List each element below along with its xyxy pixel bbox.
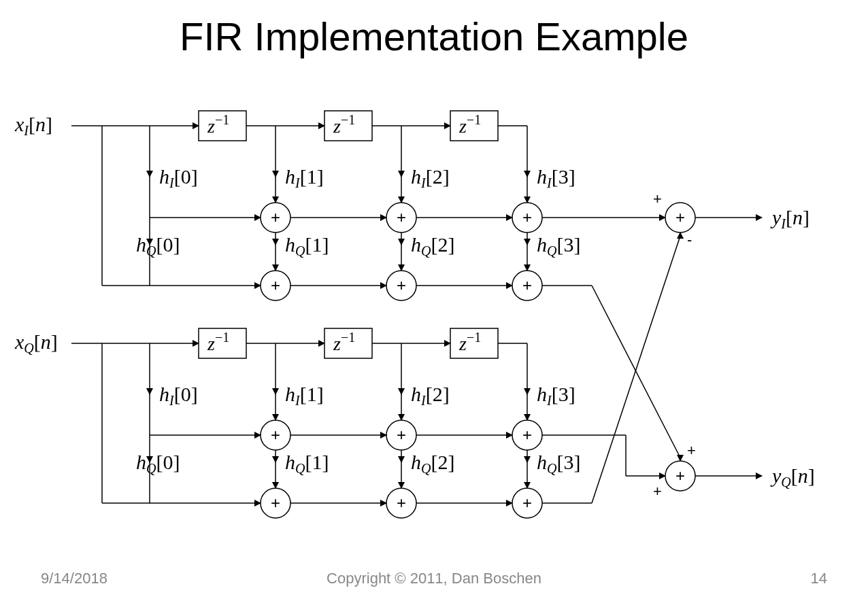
- svg-text:+: +: [522, 208, 532, 226]
- coeff-hQ0-b: hQ[0]: [136, 451, 180, 476]
- svg-text:hQ[0]: hQ[0]: [136, 451, 180, 476]
- coeff-hQ0: hQ[0]: [136, 233, 180, 258]
- svg-text:hQ[2]: hQ[2]: [411, 233, 454, 258]
- coeff-hI1: hI[1]: [285, 165, 324, 190]
- svg-text:+: +: [522, 426, 532, 444]
- delay-block: z−1: [450, 111, 498, 141]
- svg-text:hI[3]: hI[3]: [537, 165, 575, 190]
- svg-text:+: +: [397, 494, 406, 512]
- svg-text:+: +: [271, 208, 280, 226]
- svg-text:+: +: [271, 426, 280, 444]
- adder: +: [512, 420, 542, 450]
- svg-text:+: +: [397, 426, 406, 444]
- svg-text:yQ[n]: yQ[n]: [770, 464, 815, 490]
- svg-text:+: +: [271, 494, 280, 512]
- coeff-hQ2-b: hQ[2]: [411, 451, 454, 476]
- coeff-hQ3: hQ[3]: [537, 233, 580, 258]
- svg-text:hI[1]: hI[1]: [285, 165, 324, 190]
- coeff-hI3: hI[3]: [537, 165, 575, 190]
- svg-text:hQ[3]: hQ[3]: [537, 233, 580, 258]
- adder: +: [261, 203, 290, 233]
- svg-text:+: +: [675, 208, 685, 226]
- svg-text:hQ[3]: hQ[3]: [537, 451, 580, 476]
- adder: +: [261, 271, 290, 300]
- footer-copyright: Copyright © 2011, Dan Boschen: [0, 570, 868, 587]
- svg-text:hI[2]: hI[2]: [411, 383, 450, 408]
- svg-text:hI[2]: hI[2]: [411, 165, 450, 190]
- svg-text:hQ[1]: hQ[1]: [285, 233, 329, 258]
- plus-sign: +: [687, 442, 696, 459]
- svg-text:hI[0]: hI[0]: [159, 383, 198, 408]
- coeff-hI1-b: hI[1]: [285, 383, 324, 408]
- adder: +: [512, 271, 542, 300]
- svg-text:+: +: [271, 276, 280, 294]
- svg-text:+: +: [522, 276, 532, 294]
- delay-block: z−1: [324, 328, 372, 358]
- final-adder-yQ: +: [665, 461, 695, 491]
- svg-text:hQ[1]: hQ[1]: [285, 451, 329, 476]
- delay-block: z−1: [324, 111, 372, 141]
- adder: +: [386, 271, 416, 300]
- adder: +: [386, 488, 416, 518]
- svg-text:hI[0]: hI[0]: [159, 165, 198, 190]
- coeff-hQ1-b: hQ[1]: [285, 451, 329, 476]
- coeff-hI0-b: hI[0]: [159, 383, 198, 408]
- adder: +: [386, 203, 416, 233]
- output-yI-label: yI[n]: [770, 206, 809, 231]
- plus-sign: +: [653, 483, 662, 500]
- svg-text:+: +: [675, 466, 685, 485]
- svg-text:xQ[n]: xQ[n]: [14, 330, 58, 356]
- delay-block: z−1: [199, 111, 246, 141]
- coeff-hQ3-b: hQ[3]: [537, 451, 580, 476]
- coeff-hQ2: hQ[2]: [411, 233, 454, 258]
- adder: +: [512, 488, 542, 518]
- plus-sign: +: [653, 190, 662, 207]
- input-xI-label: xI[n]: [14, 113, 52, 138]
- final-adder-yI: +: [665, 203, 695, 233]
- output-yQ-label: yQ[n]: [770, 464, 815, 490]
- svg-text:+: +: [397, 276, 406, 294]
- coeff-hQ1: hQ[1]: [285, 233, 329, 258]
- minus-sign: -: [687, 231, 692, 248]
- svg-text:+: +: [397, 208, 406, 226]
- svg-text:hQ[0]: hQ[0]: [136, 233, 180, 258]
- coeff-hI0: hI[0]: [159, 165, 198, 190]
- coeff-hI2-b: hI[2]: [411, 383, 450, 408]
- adder: +: [386, 420, 416, 450]
- svg-text:hQ[2]: hQ[2]: [411, 451, 454, 476]
- svg-text:xI[n]: xI[n]: [14, 113, 52, 138]
- input-xQ-label: xQ[n]: [14, 330, 58, 356]
- coeff-hI3-b: hI[3]: [537, 383, 575, 408]
- adder: +: [261, 488, 290, 518]
- delay-block: z−1: [450, 328, 498, 358]
- wire: [592, 286, 680, 458]
- adder: +: [512, 203, 542, 233]
- coeff-hI2: hI[2]: [411, 165, 450, 190]
- adder: +: [261, 420, 290, 450]
- svg-text:+: +: [522, 494, 532, 512]
- wire: [592, 236, 680, 503]
- svg-text:hI[1]: hI[1]: [285, 383, 324, 408]
- delay-block: z−1: [199, 328, 246, 358]
- footer-page-number: 14: [811, 570, 827, 587]
- svg-text:hI[3]: hI[3]: [537, 383, 575, 408]
- svg-text:yI[n]: yI[n]: [770, 206, 809, 231]
- fir-diagram: xI[n] z−1 z−1 z−1 hI[0] hI[1] hI[2] hI[3…: [0, 0, 868, 601]
